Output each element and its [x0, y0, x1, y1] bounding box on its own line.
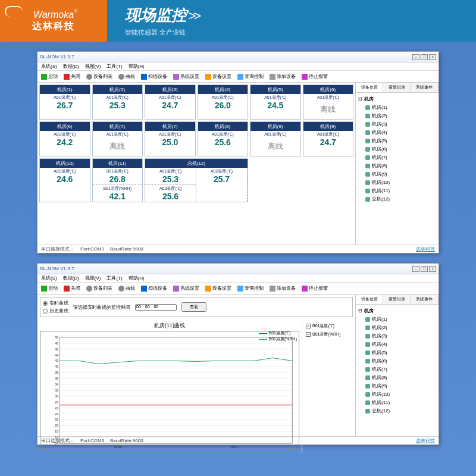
device-icon — [365, 130, 370, 135]
menu-item[interactable]: 视图(V) — [85, 63, 101, 70]
toolbar-add[interactable]: 添加设备 — [270, 73, 296, 80]
sidebar-tab[interactable]: 报警记录 — [383, 83, 411, 92]
tree-item[interactable]: 机房(5) — [358, 349, 436, 357]
series-checkbox[interactable]: ✓B01湿度(%RH) — [306, 331, 352, 337]
toolbar-sys[interactable]: 系统设置 — [173, 73, 199, 80]
device-cell[interactable]: 总机(12)A01温度(℃)25.3A03温度(℃)25.6A02温度(℃)25… — [145, 158, 248, 202]
toolbar-scan[interactable]: 扫描设备 — [141, 73, 167, 80]
sidebar: 设备位置报警记录系统事件 ⊟ 机房机房(1)机房(2)机房(3)机房(4)机房(… — [355, 295, 439, 436]
sidebar-tab[interactable]: 设备位置 — [356, 83, 383, 92]
brand-link[interactable]: 达林科技 — [416, 437, 435, 444]
toolbar-scan[interactable]: 扫描设备 — [141, 285, 167, 292]
device-icon — [365, 350, 370, 355]
device-cell[interactable]: 机房(7)A01温度(℃)离线 — [92, 121, 143, 156]
tree-item[interactable]: 机房(11) — [358, 187, 436, 195]
tree-item[interactable]: 总机(12) — [358, 195, 436, 203]
device-cell[interactable]: 机房(6)A01温度(℃)离线 — [303, 84, 354, 120]
toolbar-stop[interactable]: 关闭 — [64, 285, 80, 292]
device-cell[interactable]: 机房(2)A01温度(℃)25.3 — [92, 84, 143, 120]
maximize-button[interactable]: □ — [421, 266, 428, 272]
toolbar-alert[interactable]: 停止报警 — [302, 73, 328, 80]
series-checkbox[interactable]: ✓B01温度(℃) — [306, 323, 352, 329]
toolbar-ctrl[interactable]: 查询控制 — [237, 285, 264, 292]
toolbar-dev[interactable]: 设备设置 — [205, 73, 231, 80]
sidebar-tab[interactable]: 报警记录 — [383, 295, 411, 304]
menu-item[interactable]: 工具(T) — [107, 63, 122, 70]
menu-item[interactable]: 系统(S) — [41, 275, 57, 281]
window-titlebar[interactable]: DL-MDM V1.3.7 – □ × — [37, 264, 439, 274]
close-button[interactable]: × — [429, 266, 436, 272]
device-cell[interactable]: 机房(9)A01温度(℃)离线 — [250, 121, 301, 156]
close-button[interactable]: × — [429, 54, 436, 60]
tree-item[interactable]: 总机(12) — [358, 407, 436, 415]
tree-root[interactable]: ⊟ 机房 — [358, 95, 436, 104]
tree-item[interactable]: 机房(9) — [358, 170, 436, 178]
sidebar-tab[interactable]: 系统事件 — [411, 83, 439, 92]
tree-item[interactable]: 机房(3) — [358, 120, 436, 129]
device-cell[interactable]: 机房(10)A01温度(℃)24.6 — [39, 158, 90, 202]
device-cell[interactable]: 机房(8)A01温度(℃)25.6 — [198, 121, 249, 156]
query-button[interactable]: 查看 — [181, 302, 206, 312]
tree-item[interactable]: 机房(7) — [358, 154, 436, 162]
status-bar: 串口连接模式： Port:COM3 BaudRate:9600 达林科技 — [37, 245, 439, 253]
toolbar-dev[interactable]: 设备设置 — [205, 285, 231, 292]
window-titlebar[interactable]: DL-MDM V1.3.7 – □ × — [37, 52, 439, 62]
tree-item[interactable]: 机房(10) — [358, 390, 436, 399]
menu-item[interactable]: 系统(S) — [41, 63, 57, 70]
tree-item[interactable]: 机房(1) — [358, 104, 436, 112]
toolbar-alert[interactable]: 停止报警 — [302, 285, 328, 292]
device-icon — [365, 359, 370, 364]
toolbar-gear[interactable]: 设备列表 — [86, 285, 112, 292]
menu-bar: 系统(S)数据(D)视图(V)工具(T)帮助(H) — [37, 274, 439, 283]
minimize-button[interactable]: – — [412, 266, 419, 272]
maximize-button[interactable]: □ — [421, 54, 428, 60]
menu-item[interactable]: 帮助(H) — [129, 275, 145, 281]
device-cell[interactable]: 机房(6)A01温度(℃)24.2 — [39, 121, 90, 156]
menu-item[interactable]: 视图(V) — [85, 275, 101, 281]
menu-item[interactable]: 帮助(H) — [129, 63, 145, 70]
toolbar-ctrl[interactable]: 查询控制 — [237, 73, 264, 80]
device-cell[interactable]: 机房(7)A01温度(℃)25.0 — [145, 121, 196, 156]
toolbar-play[interactable]: 启动 — [41, 73, 58, 80]
tree-item[interactable]: 机房(6) — [358, 145, 436, 154]
minimize-button[interactable]: – — [412, 54, 419, 60]
sidebar-tab[interactable]: 设备位置 — [356, 295, 383, 304]
tree-item[interactable]: 机房(2) — [358, 112, 436, 120]
tree-item[interactable]: 机房(6) — [358, 357, 436, 365]
toolbar-curve[interactable]: 曲线 — [118, 73, 135, 80]
menu-item[interactable]: 数据(D) — [63, 63, 79, 70]
device-cell[interactable]: 机房(4)A01温度(℃)26.0 — [198, 84, 249, 120]
radio-realtime[interactable]: 实时曲线 — [43, 300, 68, 306]
tree-item[interactable]: 机房(4) — [358, 129, 436, 137]
tree-item[interactable]: 机房(9) — [358, 382, 436, 390]
toolbar-curve[interactable]: 曲线 — [118, 285, 135, 292]
device-cell[interactable]: 机房(3)A01温度(℃)24.7 — [145, 84, 196, 120]
menu-item[interactable]: 工具(T) — [107, 275, 122, 281]
brand-link[interactable]: 达林科技 — [416, 246, 435, 252]
radio-history[interactable]: 历史曲线 — [43, 308, 68, 314]
tree-root[interactable]: ⊟ 机房 — [358, 307, 436, 315]
sidebar-tab[interactable]: 系统事件 — [411, 295, 439, 304]
tree-item[interactable]: 机房(10) — [358, 178, 436, 187]
tree-item[interactable]: 机房(3) — [358, 332, 436, 340]
time-input[interactable] — [135, 304, 177, 311]
toolbar-sys[interactable]: 系统设置 — [173, 285, 199, 292]
device-cell[interactable]: 机房(5)A01温度(℃)24.5 — [250, 84, 301, 120]
tree-item[interactable]: 机房(2) — [358, 324, 436, 332]
tree-item[interactable]: 机房(4) — [358, 340, 436, 349]
device-cell[interactable]: 机房(9)A01温度(℃)24.7 — [303, 121, 354, 156]
toolbar-gear[interactable]: 设备列表 — [86, 73, 112, 80]
device-cell[interactable]: 机房(11)B01温度(℃)26.8B01湿度(%RH)42.1 — [92, 158, 143, 202]
toolbar-stop[interactable]: 关闭 — [64, 73, 80, 80]
tree-item[interactable]: 机房(5) — [358, 137, 436, 145]
tree-item[interactable]: 机房(1) — [358, 315, 436, 324]
chart-plot: 1416182022242628303234363840424446485010… — [40, 331, 299, 450]
toolbar-play[interactable]: 启动 — [41, 285, 58, 292]
device-cell[interactable]: 机房(1)A01温度(℃)26.7 — [39, 84, 90, 120]
tree-item[interactable]: 机房(8) — [358, 162, 436, 170]
tree-item[interactable]: 机房(8) — [358, 374, 436, 382]
menu-item[interactable]: 数据(D) — [63, 275, 79, 281]
tree-item[interactable]: 机房(11) — [358, 399, 436, 407]
toolbar-add[interactable]: 添加设备 — [270, 285, 296, 292]
tree-item[interactable]: 机房(7) — [358, 365, 436, 374]
